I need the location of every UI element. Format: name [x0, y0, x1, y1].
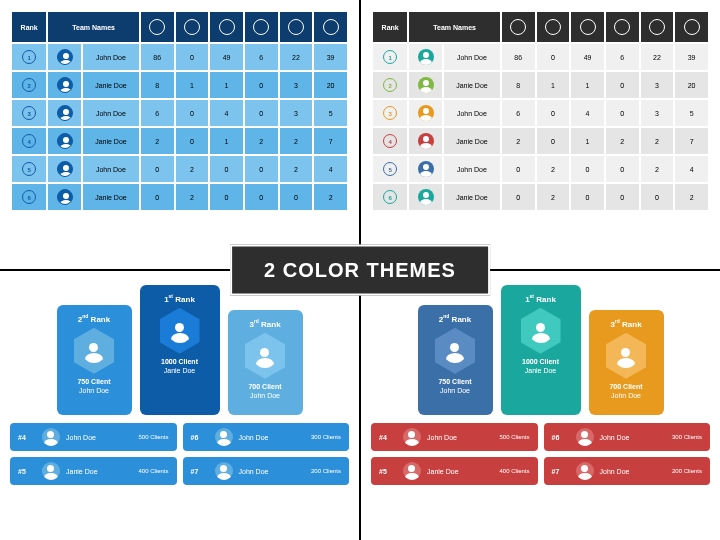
avatar-icon [418, 189, 434, 205]
rank-num: #6 [552, 434, 570, 441]
client-count: 1000 Client [146, 358, 214, 365]
user-icon [614, 19, 630, 35]
avatar-icon [418, 105, 434, 121]
phone-icon [580, 19, 596, 35]
rank-list: #4John Doe500 Clients #6John Doe300 Clie… [371, 423, 710, 485]
list-item: #5Janie Doe400 Clients [371, 457, 538, 485]
avatar-icon [418, 49, 434, 65]
col-rank: Rank [373, 12, 407, 42]
rank-1-card: 1st Rank1000 ClientJanie Doe [140, 285, 220, 415]
avatar-icon [57, 161, 73, 177]
rank-num: #5 [379, 468, 397, 475]
avatar-icon [418, 77, 434, 93]
player-name: John Doe [595, 392, 658, 399]
leaderboard-table-blue: Rank Team Names 1John Doe8604962239 2Jan… [10, 10, 349, 212]
hex-avatar [606, 333, 646, 379]
medal-icon: 4 [22, 134, 36, 148]
player-name: Janie Doe [83, 128, 139, 154]
player-name: Janie Doe [427, 468, 493, 475]
rank-list: #4John Doe500 Clients #6John Doe300 Clie… [10, 423, 349, 485]
table-row: 5John Doe020024 [373, 156, 708, 182]
col-icon-phone [210, 12, 243, 42]
medal-icon: 6 [22, 190, 36, 204]
player-name: John Doe [239, 434, 305, 441]
avatar-icon [42, 462, 60, 480]
avatar-icon [82, 339, 106, 363]
tag-icon [323, 19, 339, 35]
rank-num: #4 [18, 434, 36, 441]
rank-1-card: 1st Rank1000 ClientJanie Doe [501, 285, 581, 415]
rank-2-card: 2nd Rank750 ClientJohn Doe [57, 305, 132, 415]
rank-num: #4 [379, 434, 397, 441]
table-row: 2Janie Doe8110320 [12, 72, 347, 98]
medal-icon: 2 [22, 78, 36, 92]
player-name: John Doe [600, 468, 666, 475]
hex-avatar [521, 308, 561, 354]
player-name: John Doe [444, 100, 500, 126]
col-rank: Rank [12, 12, 46, 42]
avatar-icon [403, 428, 421, 446]
avatar-icon [215, 428, 233, 446]
medal-icon: 4 [383, 134, 397, 148]
avatar-icon [576, 428, 594, 446]
client-count: 750 Client [63, 378, 126, 385]
medal-icon: 3 [22, 106, 36, 120]
client-count: 750 Client [424, 378, 487, 385]
handshake-icon [649, 19, 665, 35]
avatar-icon [42, 428, 60, 446]
rank-num: #7 [552, 468, 570, 475]
hex-avatar [160, 308, 200, 354]
rank-2-card: 2nd Rank750 ClientJohn Doe [418, 305, 493, 415]
table-row: 2Janie Doe8110320 [373, 72, 708, 98]
player-name: Janie Doe [146, 367, 214, 374]
player-name: John Doe [63, 387, 126, 394]
avatar-icon [168, 319, 192, 343]
player-name: Janie Doe [444, 184, 500, 210]
player-name: John Doe [83, 156, 139, 182]
tag-icon [684, 19, 700, 35]
list-item: #4John Doe500 Clients [371, 423, 538, 451]
client-count: 1000 Client [507, 358, 575, 365]
client-count: 300 Clients [311, 434, 341, 440]
medal-icon: 1 [22, 50, 36, 64]
client-count: 200 Clients [672, 468, 702, 474]
avatar-icon [253, 344, 277, 368]
chat-icon [510, 19, 526, 35]
col-icon-chat [502, 12, 535, 42]
list-item: #6John Doe300 Clients [544, 423, 711, 451]
list-item: #5Janie Doe400 Clients [10, 457, 177, 485]
player-name: John Doe [66, 434, 132, 441]
table-body: 1John Doe8604962239 2Janie Doe8110320 3J… [373, 44, 708, 210]
avatar-icon [576, 462, 594, 480]
player-name: Janie Doe [507, 367, 575, 374]
col-icon-tag [675, 12, 708, 42]
client-count: 400 Clients [499, 468, 529, 474]
theme-multi-podium: 2nd Rank750 ClientJohn Doe 1st Rank1000 … [361, 271, 720, 540]
player-name: John Doe [424, 387, 487, 394]
client-count: 300 Clients [672, 434, 702, 440]
hex-avatar [435, 328, 475, 374]
player-name: John Doe [600, 434, 666, 441]
list-item: #7John Doe200 Clients [544, 457, 711, 485]
calendar-icon [184, 19, 200, 35]
podium: 2nd Rank750 ClientJohn Doe 1st Rank1000 … [10, 285, 349, 415]
avatar-icon [57, 77, 73, 93]
avatar-icon [403, 462, 421, 480]
phone-icon [219, 19, 235, 35]
col-icon-user [245, 12, 278, 42]
theme-blue-table: Rank Team Names 1John Doe8604962239 2Jan… [0, 0, 359, 269]
player-name: John Doe [83, 100, 139, 126]
rank-num: #7 [191, 468, 209, 475]
col-team: Team Names [48, 12, 138, 42]
list-item: #4John Doe500 Clients [10, 423, 177, 451]
avatar-icon [57, 189, 73, 205]
user-icon [253, 19, 269, 35]
rank-3-card: 3rd Rank700 ClientJohn Doe [228, 310, 303, 415]
player-name: John Doe [444, 156, 500, 182]
avatar-icon [614, 344, 638, 368]
col-icon-calendar [176, 12, 209, 42]
leaderboard-table-dark: Rank Team Names 1John Doe8604962239 2Jan… [371, 10, 710, 212]
list-item: #7John Doe200 Clients [183, 457, 350, 485]
col-icon-calendar [537, 12, 570, 42]
client-count: 500 Clients [499, 434, 529, 440]
